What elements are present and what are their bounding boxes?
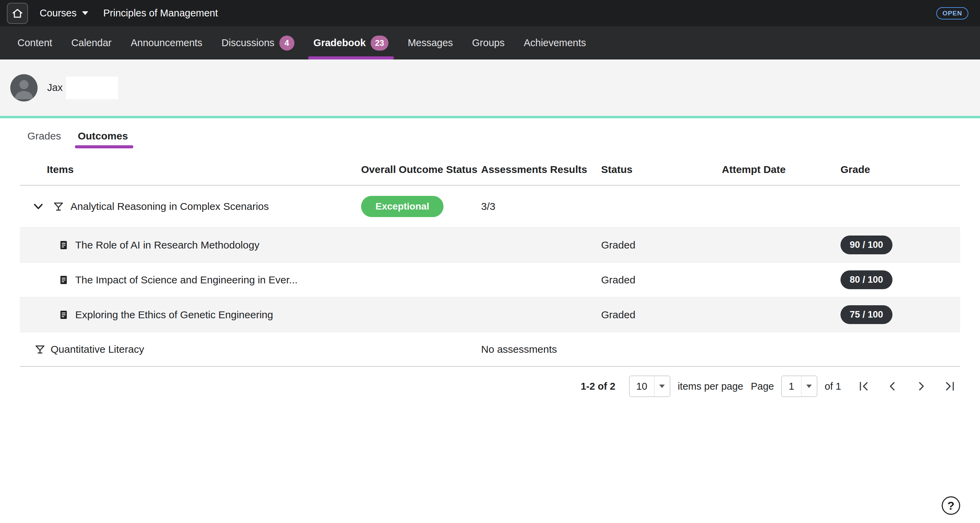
chevron-down-icon bbox=[654, 376, 670, 396]
nav-item-label: Content bbox=[18, 37, 52, 49]
pagination-range: 1-2 of 2 bbox=[581, 381, 616, 392]
teal-divider bbox=[0, 116, 980, 118]
table-row-assessment: Exploring the Ethics of Genetic Engineer… bbox=[20, 297, 960, 332]
per-page-value: 10 bbox=[630, 376, 654, 396]
outcome-funnel-icon bbox=[52, 201, 64, 212]
question-mark-icon: ? bbox=[948, 499, 955, 512]
tab-label: Outcomes bbox=[78, 130, 128, 142]
nav-item-label: Gradebook bbox=[313, 37, 366, 49]
tab-grades[interactable]: Grades bbox=[27, 118, 61, 154]
table-row-outcome: Quantitative Literacy No assessments bbox=[20, 332, 960, 367]
discussions-count-badge: 4 bbox=[279, 35, 294, 51]
nav-item-label: Groups bbox=[472, 37, 505, 49]
header-status: Status bbox=[601, 164, 722, 175]
assessment-title: The Role of AI in Research Methodology bbox=[75, 239, 259, 251]
assessment-status: Graded bbox=[601, 239, 722, 251]
chevron-left-icon bbox=[886, 380, 899, 393]
home-button[interactable] bbox=[7, 3, 28, 24]
nav-item-label: Announcements bbox=[130, 37, 202, 49]
last-page-button[interactable] bbox=[944, 380, 956, 393]
nav-item-messages[interactable]: Messages bbox=[398, 26, 462, 59]
outcome-title: Analytical Reasoning in Complex Scenario… bbox=[70, 201, 269, 212]
assessment-status: Graded bbox=[601, 309, 722, 321]
page-select[interactable]: 1 bbox=[781, 376, 817, 397]
next-page-button[interactable] bbox=[915, 380, 928, 393]
grade-pill: 75 / 100 bbox=[840, 305, 892, 324]
header-attempt-date: Attempt Date bbox=[722, 164, 840, 175]
outcome-title: Quantitative Literacy bbox=[51, 343, 144, 355]
tab-label: Grades bbox=[27, 130, 61, 142]
gradebook-count-badge: 23 bbox=[371, 35, 389, 51]
previous-page-button[interactable] bbox=[886, 380, 899, 393]
outcomes-table: Items Overall Outcome Status Assessments… bbox=[20, 154, 960, 367]
chevron-down-icon bbox=[82, 11, 88, 15]
nav-item-gradebook[interactable]: Gradebook 23 bbox=[304, 26, 398, 59]
nav-item-label: Achievements bbox=[524, 37, 586, 49]
table-row-assessment: The Impact of Science and Engineering in… bbox=[20, 262, 960, 297]
nav-item-label: Calendar bbox=[72, 37, 112, 49]
student-first-name: Jax bbox=[47, 82, 62, 93]
top-bar: Courses Principles of Management OPEN bbox=[0, 0, 980, 26]
grade-pill: 80 / 100 bbox=[840, 270, 892, 289]
nav-item-label: Discussions bbox=[221, 37, 275, 49]
courses-label: Courses bbox=[40, 8, 76, 19]
last-page-icon bbox=[944, 380, 956, 393]
open-status-badge: OPEN bbox=[936, 7, 968, 19]
courses-dropdown[interactable]: Courses bbox=[40, 8, 88, 19]
nav-item-content[interactable]: Content bbox=[8, 26, 62, 59]
table-row-outcome: Analytical Reasoning in Complex Scenario… bbox=[20, 186, 960, 227]
table-row-assessment: The Role of AI in Research Methodology G… bbox=[20, 227, 960, 262]
per-page-label: items per page bbox=[678, 381, 743, 392]
page-label: Page bbox=[751, 381, 774, 392]
document-icon bbox=[58, 275, 69, 285]
overall-status-badge: Exceptional bbox=[361, 196, 444, 217]
assessment-title: Exploring the Ethics of Genetic Engineer… bbox=[75, 309, 273, 321]
per-page-select[interactable]: 10 bbox=[629, 376, 670, 397]
chevron-down-icon bbox=[32, 200, 45, 213]
page-value: 1 bbox=[782, 376, 801, 396]
home-icon bbox=[11, 7, 24, 19]
redacted-name-overlay bbox=[66, 76, 118, 99]
avatar bbox=[10, 74, 38, 102]
pagination-controls bbox=[858, 380, 956, 393]
assessment-title: The Impact of Science and Engineering in… bbox=[75, 274, 298, 286]
collapse-outcome-button[interactable] bbox=[30, 198, 46, 215]
page-total-label: of 1 bbox=[825, 381, 841, 392]
nav-item-announcements[interactable]: Announcements bbox=[121, 26, 212, 59]
assessments-results-value: No assessments bbox=[481, 343, 601, 355]
tab-outcomes[interactable]: Outcomes bbox=[78, 118, 128, 154]
document-icon bbox=[58, 240, 69, 251]
course-title: Principles of Management bbox=[103, 8, 218, 19]
nav-item-groups[interactable]: Groups bbox=[463, 26, 514, 59]
nav-item-discussions[interactable]: Discussions 4 bbox=[212, 26, 304, 59]
gradebook-tabs: Grades Outcomes bbox=[0, 118, 980, 154]
outcome-funnel-icon bbox=[34, 343, 46, 355]
course-navbar: Content Calendar Announcements Discussio… bbox=[0, 26, 980, 59]
nav-item-label: Messages bbox=[407, 37, 453, 49]
student-profile-strip: Jax bbox=[0, 59, 980, 116]
help-button[interactable]: ? bbox=[942, 496, 960, 515]
first-page-button[interactable] bbox=[858, 380, 870, 393]
nav-item-achievements[interactable]: Achievements bbox=[514, 26, 596, 59]
chevron-down-icon bbox=[801, 376, 817, 396]
header-overall-outcome-status: Overall Outcome Status bbox=[361, 164, 481, 175]
header-assessments-results: Assessments Results bbox=[481, 164, 601, 175]
grade-pill: 90 / 100 bbox=[840, 235, 892, 254]
header-items: Items bbox=[20, 164, 361, 175]
assessments-results-value: 3/3 bbox=[481, 201, 601, 212]
document-icon bbox=[58, 309, 69, 320]
nav-item-calendar[interactable]: Calendar bbox=[62, 26, 121, 59]
first-page-icon bbox=[858, 380, 870, 393]
assessment-status: Graded bbox=[601, 274, 722, 286]
header-grade: Grade bbox=[840, 164, 960, 175]
pagination-bar: 1-2 of 2 10 items per page Page 1 of 1 bbox=[0, 374, 980, 398]
table-header-row: Items Overall Outcome Status Assessments… bbox=[20, 154, 960, 186]
chevron-right-icon bbox=[915, 380, 928, 393]
